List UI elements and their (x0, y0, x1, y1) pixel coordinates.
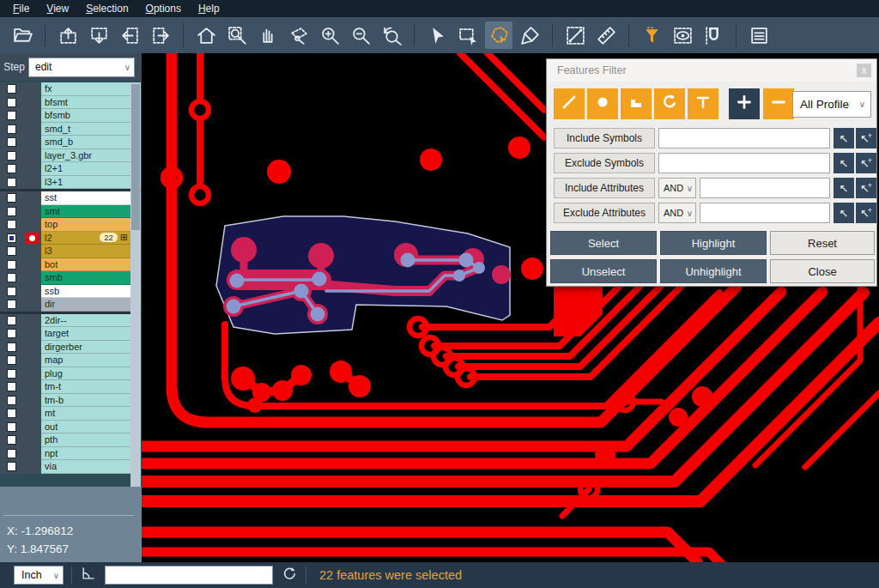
snap-button[interactable] (700, 21, 727, 49)
layer-name[interactable]: tm-t (41, 380, 130, 394)
layer-name[interactable]: out (41, 421, 130, 434)
pick-arrow-button[interactable]: ↖ (834, 128, 854, 149)
layer-name[interactable]: top (41, 218, 130, 232)
layer-row-out[interactable]: out (0, 421, 142, 434)
layer-checkbox[interactable] (7, 409, 16, 418)
home-button[interactable] (192, 21, 220, 49)
menu-options[interactable]: Options (138, 1, 189, 16)
reset-button[interactable]: Reset (770, 231, 875, 255)
layer-name[interactable]: l3 (41, 245, 130, 258)
select-button[interactable]: Select (550, 231, 657, 255)
layer-row-map[interactable]: map (0, 354, 142, 367)
dialog-title-bar[interactable]: Features Filter x (547, 59, 876, 82)
layer-name[interactable]: dir (41, 298, 130, 312)
layer-row-l2+1[interactable]: l2+1 (0, 162, 142, 176)
layer-checkbox[interactable] (7, 84, 16, 94)
clean-brush-button[interactable] (516, 21, 543, 49)
layer-row-l3+1[interactable]: l3+1 (0, 176, 142, 190)
layer-checkbox[interactable] (7, 178, 16, 187)
layer-checkbox[interactable] (7, 369, 16, 379)
layer-name[interactable]: map (41, 354, 130, 367)
pad-filter-button[interactable] (587, 88, 618, 119)
layer-row-bfsmt[interactable]: bfsmt (0, 96, 142, 110)
layer-checkbox[interactable] (7, 111, 16, 120)
zoom-previous-button[interactable] (378, 21, 405, 49)
layer-checkbox[interactable] (7, 151, 16, 161)
units-combo[interactable]: Inch ∨ (14, 566, 64, 585)
unhighlight-button[interactable]: Unhighlight (660, 259, 767, 283)
minus-button[interactable] (763, 88, 794, 119)
layer-name[interactable]: via (41, 460, 130, 474)
layer-checkbox[interactable] (7, 124, 16, 134)
operator-combo[interactable]: AND∨ (658, 178, 696, 198)
layer-checkbox[interactable] (7, 382, 16, 391)
unselect-button[interactable]: Unselect (550, 259, 657, 283)
layer-row-tm-t[interactable]: tm-t (0, 380, 142, 394)
operator-combo[interactable]: AND∨ (658, 203, 696, 223)
pick-arrow-button[interactable]: ↖ (834, 153, 854, 173)
menu-view[interactable]: View (39, 1, 76, 16)
pick-arrow-add-button[interactable]: ↖+ (856, 178, 876, 198)
layer-row-dirgerber[interactable]: dirgerber (0, 341, 142, 355)
zoom-window-button[interactable] (223, 21, 251, 49)
layer-row-smt[interactable]: smt (0, 205, 142, 219)
open-button[interactable] (9, 21, 36, 49)
scrollbar-thumb[interactable] (131, 84, 140, 230)
layer-name[interactable]: mt (41, 407, 130, 421)
layer-row-bfsmb[interactable]: bfsmb (0, 109, 142, 123)
layer-row-npt[interactable]: npt (0, 447, 142, 461)
pick-arrow-button[interactable]: ↖ (834, 178, 854, 198)
profile-combo[interactable]: All Profile ∨ (792, 91, 871, 118)
refresh-icon[interactable] (281, 565, 298, 585)
layer-name[interactable]: smb (41, 271, 130, 285)
zoom-area-button[interactable] (285, 21, 312, 49)
line-filter-button[interactable] (554, 88, 585, 119)
layer-checkbox[interactable] (7, 193, 16, 203)
layer-name[interactable]: plug (41, 367, 130, 381)
layer-row-top[interactable]: top (0, 218, 142, 232)
angle-mode-icon[interactable] (80, 565, 97, 585)
layer-name[interactable]: dirgerber (41, 341, 130, 355)
select-rectangle-button[interactable] (454, 21, 482, 49)
layer-checkbox[interactable] (7, 449, 16, 458)
layer-name[interactable]: l2+1 (41, 162, 130, 176)
layer-checkbox[interactable] (7, 207, 16, 216)
filter-button[interactable] (638, 21, 665, 49)
layer-row-bot[interactable]: bot (0, 258, 142, 272)
layer-row-l3[interactable]: l3 (0, 245, 142, 258)
layer-name[interactable]: smd_t (41, 123, 130, 136)
ruler-button[interactable] (592, 21, 620, 49)
layer-checkbox[interactable] (7, 462, 16, 471)
highlight-button[interactable]: Highlight (660, 231, 767, 255)
view-options-button[interactable] (669, 21, 696, 49)
arc-filter-button[interactable] (654, 88, 685, 119)
pan-hand-button[interactable] (254, 21, 282, 49)
layer-row-smd_b[interactable]: smd_b (0, 136, 142, 149)
layer-row-target[interactable]: target (0, 327, 142, 341)
layer-row-pth[interactable]: pth (0, 433, 142, 447)
layer-name[interactable]: pth (41, 433, 130, 447)
layer-checkbox[interactable] (7, 246, 16, 256)
layer-row-sst[interactable]: sst (0, 191, 142, 205)
exclude-symbols-input[interactable] (658, 153, 830, 173)
layer-checkbox[interactable] (7, 300, 16, 309)
layer-checkbox[interactable] (7, 342, 16, 352)
layer-name[interactable]: bot (41, 258, 130, 272)
layer-checkbox[interactable] (7, 137, 16, 147)
layer-name[interactable]: l222⊞ (41, 232, 130, 246)
layer-name[interactable]: 2dir-- (41, 314, 130, 328)
layer-name[interactable]: sst (41, 191, 130, 205)
select-pointer-button[interactable] (423, 21, 451, 49)
menu-selection[interactable]: Selection (78, 1, 136, 16)
close-button[interactable]: Close (770, 259, 875, 283)
zoom-out-button[interactable] (347, 21, 374, 49)
layer-row-dir[interactable]: dir (0, 298, 142, 312)
layer-name[interactable]: layer_3.gbr (41, 149, 130, 163)
pick-arrow-add-button[interactable]: ↖+ (856, 153, 876, 173)
layer-row-mt[interactable]: mt (0, 407, 142, 421)
include-attributes-input[interactable] (700, 178, 830, 198)
layers-panel-button[interactable] (745, 21, 773, 49)
layer-checkbox[interactable] (7, 98, 16, 107)
layer-checkbox[interactable] (7, 287, 16, 296)
layer-checkbox[interactable] (7, 220, 16, 229)
